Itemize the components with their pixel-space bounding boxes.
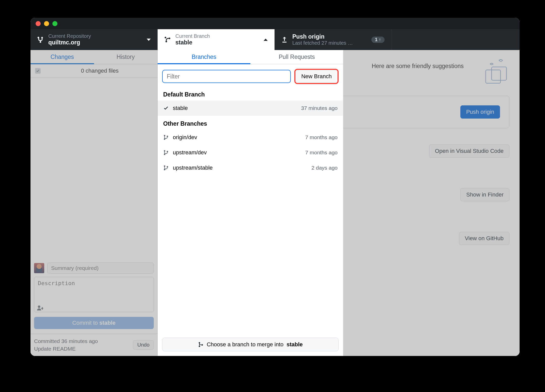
branch-item-time: 37 minutes ago [301,105,338,111]
commit-summary-input[interactable] [47,263,154,274]
svg-point-8 [164,165,165,167]
svg-point-12 [199,346,200,347]
check-icon [163,105,169,111]
titlebar [31,18,520,29]
merge-btn-prefix: Choose a branch to merge into [207,341,283,348]
view-on-github-button[interactable]: View on GitHub [459,232,509,245]
repo-name: quiltmc.org [48,39,91,46]
commit-form: Commit to stable [31,259,157,334]
illustration-icon [474,58,509,88]
branch-item-upstream-stable[interactable]: upstream/stable 2 days ago [158,160,343,175]
toolbar: Current Repository quiltmc.org Current B… [31,29,520,50]
git-branch-icon [164,36,171,43]
svg-point-5 [164,150,165,152]
open-in-editor-button[interactable]: Open in Visual Studio Code [429,144,509,158]
window-zoom-button[interactable] [52,21,57,26]
branch-item-time: 7 months ago [305,150,338,156]
repo-sub-label: Current Repository [48,33,91,39]
svg-rect-0 [486,70,501,83]
branch-dropdown-panel: Branches Pull Requests New Branch Defaul… [158,50,343,356]
branch-item-name: stable [173,105,188,111]
show-in-finder-button[interactable]: Show in Finder [460,188,509,201]
svg-rect-1 [492,67,506,80]
current-repository-selector[interactable]: Current Repository quiltmc.org [31,29,158,50]
last-commit-time: Committed 36 minutes ago [34,337,98,345]
new-branch-highlight: New Branch [294,69,339,84]
window-minimize-button[interactable] [44,21,49,26]
svg-point-13 [202,344,203,346]
avatar [34,263,44,273]
app-window: Current Repository quiltmc.org Current B… [31,18,520,356]
undo-commit-button[interactable]: Undo [133,340,154,350]
svg-point-10 [167,166,168,168]
branch-name: stable [175,39,210,46]
svg-point-2 [164,135,165,136]
push-ahead-badge: 1 ↑ [371,37,385,43]
suggestions-heading: Here are some friendly suggestions [372,63,464,70]
push-origin-selector[interactable]: Push origin Last fetched 27 minutes … 1 … [275,29,391,50]
push-subtitle: Last fetched 27 minutes … [292,40,353,46]
svg-point-11 [199,342,200,344]
git-branch-icon [163,135,169,140]
chevron-up-icon [264,39,268,41]
push-title: Push origin [292,33,353,40]
changed-files-row: 0 changed files [31,64,157,77]
last-commit-message: Update README [34,345,98,352]
branch-item-name: upstream/stable [173,165,213,171]
git-branch-icon [163,165,169,171]
branch-filter-input[interactable] [162,70,291,83]
commit-button[interactable]: Commit to stable [34,317,154,329]
commit-description-input[interactable] [34,277,154,312]
changed-files-label: 0 changed files [47,68,153,74]
chevron-down-icon [147,39,151,41]
branch-sub-label: Current Branch [175,33,210,39]
upload-icon [281,36,288,43]
commit-btn-branch: stable [99,320,116,326]
add-coauthor-icon[interactable] [37,305,43,311]
branches-tab[interactable]: Branches [158,50,250,64]
branch-item-origin-dev[interactable]: origin/dev 7 months ago [158,130,343,145]
pull-requests-tab[interactable]: Pull Requests [250,50,343,64]
window-close-button[interactable] [36,21,41,26]
branch-item-name: origin/dev [173,134,197,141]
left-sidebar: Changes History 0 changed files [31,50,158,356]
git-merge-icon [198,342,204,347]
last-commit-footer: Committed 36 minutes ago Update README U… [31,334,157,356]
git-branch-icon [163,150,169,155]
push-origin-button[interactable]: Push origin [460,105,500,119]
merge-btn-target: stable [286,341,303,348]
current-branch-selector[interactable]: Current Branch stable [158,29,275,50]
merge-into-button[interactable]: Choose a branch to merge into stable [162,338,339,351]
branch-item-time: 7 months ago [305,134,338,140]
sidebar-tabs: Changes History [31,50,157,64]
branch-item-upstream-dev[interactable]: upstream/dev 7 months ago [158,145,343,160]
branch-item-time: 2 days ago [311,165,338,171]
default-branch-section-title: Default Branch [158,87,343,101]
repo-fork-icon [37,36,44,43]
new-branch-button[interactable]: New Branch [295,70,338,83]
svg-point-4 [167,136,168,137]
branch-item-name: upstream/dev [173,149,207,156]
select-all-checkbox[interactable] [35,68,41,74]
other-branches-section-title: Other Branches [158,116,343,130]
tab-changes[interactable]: Changes [31,50,94,64]
commit-btn-prefix: Commit to [72,320,98,326]
svg-point-7 [167,151,168,152]
tab-history[interactable]: History [94,50,158,64]
branch-item-stable[interactable]: stable 37 minutes ago [158,101,343,116]
